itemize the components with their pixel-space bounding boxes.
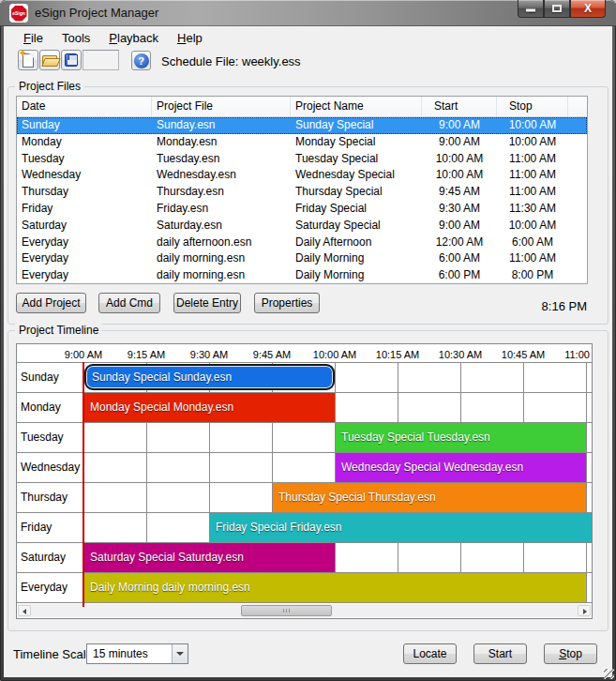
cell-date: Everyday: [17, 250, 152, 267]
column-header-project-file[interactable]: Project File: [152, 97, 291, 116]
scroll-right-button[interactable]: [578, 605, 591, 616]
locate-button[interactable]: Locate: [403, 643, 457, 664]
time-axis: 9:00 AM9:15 AM9:30 AM9:45 AM10:00 AM10:1…: [17, 344, 593, 362]
timeline-row: Sunday Sunday Special Sunday.esn: [17, 363, 592, 393]
new-schedule-button[interactable]: [18, 50, 38, 70]
timeline-bar[interactable]: Saturday Special Saturday.esn: [84, 543, 335, 572]
table-row[interactable]: Monday Monday.esn Monday Special 9:00 AM…: [17, 134, 587, 151]
column-header-stop[interactable]: Stop: [497, 97, 568, 116]
start-button[interactable]: Start: [473, 643, 527, 664]
table-body: Sunday Sunday.esn Sunday Special 9:00 AM…: [17, 117, 587, 284]
minimize-button[interactable]: [518, 0, 544, 18]
cell-start: 10:00 AM: [422, 151, 497, 168]
delete-entry-button[interactable]: Delete Entry: [173, 293, 241, 313]
app-icon: eSign: [9, 4, 28, 23]
cell-stop: 10:00 AM: [497, 134, 568, 151]
new-file-icon: [23, 53, 34, 68]
timeline-bar[interactable]: Daily Morning daily morning.esn: [84, 573, 586, 602]
cell-start: 6:00 PM: [422, 267, 497, 284]
close-icon: X: [571, 0, 605, 17]
cell-date: Thursday: [17, 184, 152, 201]
timeline-row: Everyday Daily Morning daily morning.esn: [17, 573, 592, 603]
timeline-row: Saturday Saturday Special Saturday.esn: [17, 543, 592, 573]
timeline-row-track: Thursday Special Thursday.esn: [83, 483, 592, 512]
time-axis-label: 9:00 AM: [65, 349, 102, 360]
stop-button[interactable]: Stop: [544, 643, 597, 664]
open-folder-icon: [42, 56, 57, 67]
timeline-row-label: Everyday: [17, 573, 83, 602]
scroll-left-button[interactable]: [18, 605, 31, 616]
cell-date: Saturday: [17, 218, 152, 235]
timeline-bar[interactable]: Thursday Special Thursday.esn: [273, 483, 586, 512]
table-row[interactable]: Sunday Sunday.esn Sunday Special 9:00 AM…: [17, 117, 587, 134]
cell-project-name: Monday Special: [291, 134, 422, 151]
timeline-scale-select[interactable]: 15 minutes: [86, 643, 188, 664]
column-header-project-name[interactable]: Project Name: [291, 97, 422, 116]
cell-project-file: Sunday.esn: [152, 117, 291, 134]
help-button[interactable]: ?: [131, 51, 151, 70]
time-axis-label: 9:45 AM: [253, 349, 291, 360]
cell-date: Friday: [17, 201, 152, 218]
cell-stop: 8:00 PM: [497, 267, 568, 284]
cell-project-file: Monday.esn: [152, 134, 291, 151]
open-schedule-button[interactable]: [39, 50, 60, 70]
project-timeline-group-label: Project Timeline: [15, 324, 102, 337]
properties-button[interactable]: Properties: [254, 293, 320, 313]
timeline-row-label: Monday: [17, 393, 83, 422]
table-row[interactable]: Everyday daily afternoon.esn Daily After…: [17, 235, 587, 251]
cell-project-file: Wednesday.esn: [152, 167, 291, 184]
maximize-button[interactable]: [544, 0, 570, 18]
timeline-bar[interactable]: Wednesday Special Wednesday.esn: [336, 453, 586, 482]
table-header: Date Project File Project Name Start Sto…: [17, 97, 587, 117]
timeline-scrollbar[interactable]: [18, 604, 591, 617]
timeline-row-label: Tuesday: [17, 423, 83, 452]
table-row[interactable]: Tuesday Tuesday.esn Tuesday Special 10:0…: [17, 151, 587, 168]
time-axis-label: 10:30 AM: [439, 349, 482, 360]
cell-date: Sunday: [17, 117, 152, 134]
scrollbar-thumb[interactable]: [241, 605, 332, 616]
table-row[interactable]: Thursday Thursday.esn Thursday Special 9…: [17, 184, 587, 201]
filename-field[interactable]: [83, 50, 119, 70]
table-row[interactable]: Everyday daily morning.esn Daily Morning…: [17, 250, 587, 267]
table-row[interactable]: Everyday daily morning.esn Daily Morning…: [17, 267, 587, 284]
add-cmd-button[interactable]: Add Cmd: [98, 293, 160, 313]
menu-item-tools[interactable]: Tools: [53, 29, 98, 48]
timeline-row: Tuesday Tuesday Special Tuesday.esn: [17, 423, 592, 453]
title-bar[interactable]: eSign eSign Project Manager X: [0, 0, 616, 26]
column-header-date[interactable]: Date: [17, 97, 152, 116]
table-row[interactable]: Wednesday Wednesday.esn Wednesday Specia…: [17, 167, 587, 184]
menu-bar: File Tools Playback Help: [4, 29, 211, 48]
cell-stop: 10:00 AM: [497, 218, 568, 235]
timeline-scale-value: 15 minutes: [93, 644, 148, 663]
cell-date: Everyday: [17, 267, 152, 284]
cell-project-file: Friday.esn: [152, 201, 291, 218]
menu-item-file[interactable]: File: [15, 29, 52, 48]
timeline-bar[interactable]: Tuesday Special Tuesday.esn: [336, 423, 586, 452]
timeline-row-label: Saturday: [17, 543, 83, 572]
chevron-down-icon[interactable]: [172, 644, 188, 663]
close-button[interactable]: X: [570, 0, 606, 18]
cell-start: 12:00 AM: [422, 235, 497, 251]
timeline-bar[interactable]: Sunday Special Sunday.esn: [84, 364, 335, 390]
cell-start: 10:00 AM: [422, 167, 497, 184]
save-schedule-button[interactable]: [61, 50, 82, 70]
timeline-row-label: Wednesday: [17, 453, 83, 482]
column-header-start[interactable]: Start: [422, 97, 497, 116]
menu-item-help[interactable]: Help: [169, 29, 211, 48]
timeline-bar[interactable]: Monday Special Monday.esn: [84, 393, 335, 422]
window-title: eSign Project Manager: [35, 0, 158, 25]
cell-start: 9:00 AM: [422, 134, 497, 151]
project-files-table: Date Project File Project Name Start Sto…: [16, 96, 588, 284]
table-row[interactable]: Saturday Saturday.esn Saturday Special 9…: [17, 218, 587, 235]
project-files-group-label: Project Files: [15, 80, 84, 93]
timeline-bar[interactable]: Friday Special Friday.esn: [210, 513, 592, 542]
cell-date: Everyday: [17, 235, 152, 251]
table-row[interactable]: Friday Friday.esn Friday Special 9:30 AM…: [17, 201, 587, 218]
timeline-row-track: Friday Special Friday.esn: [83, 513, 592, 542]
resize-grip[interactable]: [604, 669, 614, 679]
add-project-button[interactable]: Add Project: [16, 293, 86, 313]
menu-item-playback[interactable]: Playback: [100, 29, 167, 48]
cell-start: 9:00 AM: [422, 218, 497, 235]
cell-project-name: Tuesday Special: [291, 151, 422, 168]
esign-logo-icon: eSign: [11, 6, 27, 22]
